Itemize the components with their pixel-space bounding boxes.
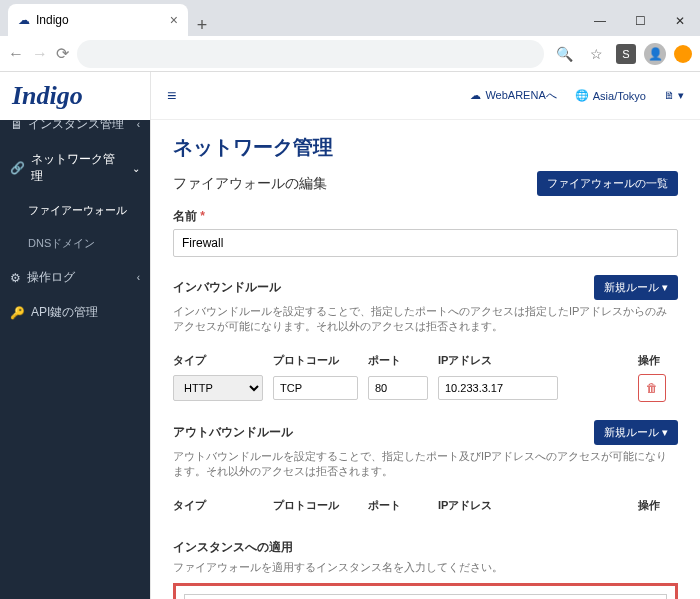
- rule-port-field: [368, 376, 428, 400]
- chevron-down-icon: ⌄: [132, 163, 140, 174]
- sidebar-label: DNSドメイン: [28, 236, 95, 251]
- reload-button[interactable]: ⟳: [56, 44, 69, 63]
- col-port: ポート: [368, 498, 428, 513]
- cloud-icon: ☁: [470, 89, 481, 102]
- instance-tag-input[interactable]: CentOS-4vCPU4GB80GB-03 （割り当てられてる - Firew…: [184, 594, 667, 599]
- rule-ip-input[interactable]: [438, 376, 558, 400]
- sidebar-item-dns[interactable]: DNSドメイン: [0, 227, 150, 260]
- col-action: 操作: [638, 498, 678, 513]
- tab-title: Indigo: [36, 13, 69, 27]
- back-button[interactable]: ←: [8, 45, 24, 63]
- sidebar-item-apikey[interactable]: 🔑 API鍵の管理: [0, 295, 150, 330]
- globe-icon: 🌐: [575, 89, 589, 102]
- col-action: 操作: [638, 353, 678, 368]
- col-type: タイプ: [173, 353, 263, 368]
- gear-icon: ⚙: [10, 271, 21, 285]
- panel-subtitle: ファイアウォールの編集: [173, 175, 327, 193]
- search-icon[interactable]: 🔍: [552, 46, 576, 62]
- col-protocol: プロトコール: [273, 353, 358, 368]
- apply-desc: ファイアウォールを適用するインスタンス名を入力してください。: [173, 560, 678, 575]
- instance-apply-highlight: CentOS-4vCPU4GB80GB-03 （割り当てられてる - Firew…: [173, 583, 678, 599]
- webarena-link[interactable]: ☁ WebARENAへ: [470, 88, 556, 103]
- close-window-button[interactable]: ✕: [660, 6, 700, 36]
- col-protocol: プロトコール: [273, 498, 358, 513]
- sidebar-item-firewall[interactable]: ファイアーウォール: [0, 194, 150, 227]
- rule-type-select[interactable]: HTTP: [173, 375, 263, 401]
- firewall-list-button[interactable]: ファイアウォールの一覧: [537, 171, 678, 196]
- network-icon: 🔗: [10, 161, 25, 175]
- name-label: 名前: [173, 209, 197, 223]
- apply-title: インスタンスへの適用: [173, 540, 293, 554]
- col-port: ポート: [368, 353, 428, 368]
- inbound-title: インバウンドルール: [173, 279, 281, 296]
- extension-badge[interactable]: S: [616, 44, 636, 64]
- col-ip: IPアドレス: [438, 498, 558, 513]
- trash-icon: 🗑: [646, 381, 658, 395]
- inbound-desc: インバウンドルールを設定することで、指定したポートへのアクセスは指定したIPアド…: [173, 304, 678, 335]
- bookmark-star-icon[interactable]: ☆: [584, 46, 608, 62]
- timezone-link[interactable]: 🌐 Asia/Tokyo: [575, 89, 646, 102]
- new-outbound-rule-button[interactable]: 新規ルール ▾: [594, 420, 678, 445]
- cloud-icon: ☁: [18, 13, 30, 27]
- key-icon: 🔑: [10, 306, 25, 320]
- profile-avatar-icon[interactable]: 👤: [644, 43, 666, 65]
- hamburger-icon[interactable]: ≡: [167, 87, 176, 105]
- firewall-name-input[interactable]: [173, 229, 678, 257]
- extension-orange-icon[interactable]: [674, 45, 692, 63]
- delete-rule-button[interactable]: 🗑: [638, 374, 666, 402]
- page-title: ネットワーク管理: [173, 134, 678, 161]
- chevron-left-icon: ‹: [137, 272, 140, 283]
- new-tab-button[interactable]: +: [188, 15, 216, 36]
- rule-protocol-field: [273, 376, 358, 400]
- sidebar-label: ファイアーウォール: [28, 203, 127, 218]
- maximize-button[interactable]: ☐: [620, 6, 660, 36]
- outbound-desc: アウトバウンドルールを設定することで、指定したポート及びIPアドレスへのアクセス…: [173, 449, 678, 480]
- col-ip: IPアドレス: [438, 353, 558, 368]
- sidebar-item-oplog[interactable]: ⚙ 操作ログ ‹: [0, 260, 150, 295]
- forward-button[interactable]: →: [32, 45, 48, 63]
- new-inbound-rule-button[interactable]: 新規ルール ▾: [594, 275, 678, 300]
- sidebar-label: ネットワーク管理: [31, 151, 126, 185]
- sidebar-label: 操作ログ: [27, 269, 75, 286]
- col-type: タイプ: [173, 498, 263, 513]
- chevron-left-icon: ‹: [137, 119, 140, 130]
- minimize-button[interactable]: —: [580, 6, 620, 36]
- address-bar[interactable]: [77, 40, 544, 68]
- sidebar-label: API鍵の管理: [31, 304, 98, 321]
- sidebar-item-network[interactable]: 🔗 ネットワーク管理 ⌄: [0, 142, 150, 194]
- close-tab-icon[interactable]: ×: [170, 12, 178, 28]
- language-menu[interactable]: 🗎 ▾: [664, 89, 684, 102]
- browser-tab[interactable]: ☁ Indigo ×: [8, 4, 188, 36]
- outbound-title: アウトバウンドルール: [173, 424, 293, 441]
